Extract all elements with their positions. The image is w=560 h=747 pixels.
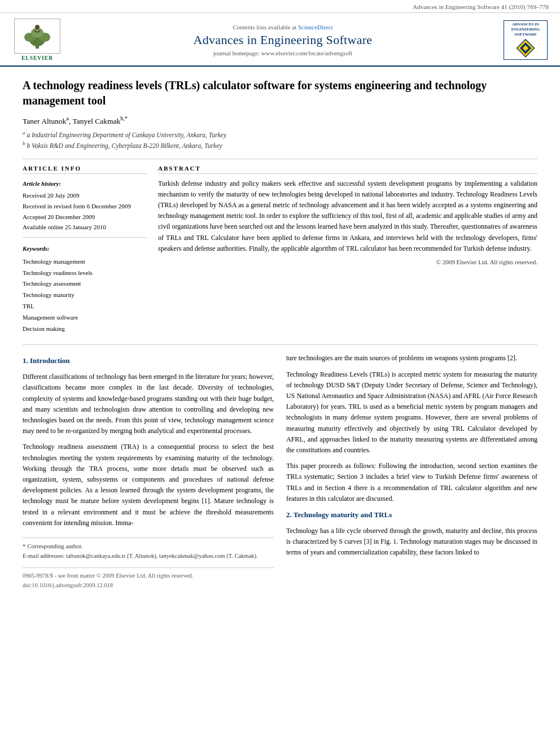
history-label: Article history: [23,178,147,189]
article-title: A technology readiness levels (TRLs) cal… [23,78,537,108]
footnote-asterisk: * Corresponding author. [23,541,274,552]
svg-point-5 [35,25,40,29]
section1-right-para2: Technology Readiness Levels (TRLs) is ac… [286,369,537,456]
section1-para2: Technology readiness assessment (TRA) is… [23,442,274,528]
section2-title: 2. Technology maturity and TRLs [286,509,537,521]
abstract-text: Turkish defense industry and policy make… [158,178,537,254]
doi-line: doi:10.1016/j.advengsoft.2009.12.018 [23,581,274,591]
keyword-2: Technology readiness levels [23,269,93,276]
abstract-heading: ABSTRACT [158,165,537,174]
divider-2 [23,344,537,345]
keywords-label: Keywords: [23,243,147,255]
footnote-section: * Corresponding author. E-mail addresses… [23,538,274,561]
journal-logo-text-top: ADVANCES IN ENGINEERING SOFTWARE [510,21,542,37]
keyword-5: TRL [23,303,34,309]
section1-right-para3: This paper proceeds as follows: Followin… [286,461,537,504]
article-info-heading: ARTICLE INFO [23,165,147,174]
body-columns: 1. Introduction Different classification… [23,353,537,591]
sciencedirect-link[interactable]: ScienceDirect [298,24,333,30]
keyword-4: Technology maturity [23,291,75,298]
copyright-line: © 2009 Elsevier Ltd. All rights reserved… [158,259,537,265]
keyword-6: Management software [23,314,78,321]
section2-para1: Technology has a life cycle observed thr… [286,526,537,558]
authors: Taner Altunoka, Tanyel Cakmakb,* [23,115,537,126]
issn-line: 0965-9978/$ - see front matter © 2009 El… [23,571,274,581]
elsevier-logo-box [14,19,60,54]
citation-text: Advances in Engineering Software 41 (201… [413,3,549,10]
section1-right-para1: ture technologies are the main sources o… [286,353,537,364]
journal-homepage: journal homepage: www.elsevier.com/locat… [71,50,495,56]
keyword-7: Decision making [23,325,65,332]
sciencedirect-line: Contents lists available at ScienceDirec… [71,24,495,30]
journal-logo-right: ADVANCES IN ENGINEERING SOFTWARE [500,20,551,60]
journal-citation: Advances in Engineering Software 41 (201… [0,0,560,13]
journal-logo-diamond-icon [515,38,536,58]
keyword-3: Technology assessment [23,280,81,287]
journal-logo-box: ADVANCES IN ENGINEERING SOFTWARE [504,20,548,60]
keywords-section: Keywords: Technology management Technolo… [23,243,147,334]
article-history: Article history: Received 20 July 2009 R… [23,178,147,238]
footnote-email: E-mail addresses: taltunok@cankaya.edu.t… [23,552,274,561]
journal-header-center: Contents lists available at ScienceDirec… [65,24,500,56]
accepted-date: Accepted 20 December 2009 [23,213,95,220]
revised-date: Received in revised form 6 December 2009 [23,203,131,209]
article-info-column: ARTICLE INFO Article history: Received 2… [23,165,147,335]
elsevier-logo: ELSEVIER [9,19,65,61]
bottom-info: 0965-9978/$ - see front matter © 2009 El… [23,567,274,591]
main-content: A technology readiness levels (TRLs) cal… [0,67,560,602]
received-date: Received 20 July 2009 [23,192,80,199]
section1-title: 1. Introduction [23,355,274,367]
abstract-column: ABSTRACT Turkish defense industry and po… [158,165,537,335]
available-date: Available online 25 January 2010 [23,224,106,230]
journal-header: ELSEVIER Contents lists available at Sci… [0,13,560,67]
elsevier-label: ELSEVIER [21,55,53,61]
body-left-column: 1. Introduction Different classification… [23,353,274,591]
divider-1 [23,159,537,159]
elsevier-tree-icon [18,23,57,50]
affiliations: a a Industrial Engineering Department of… [23,129,537,151]
body-right-column: ture technologies are the main sources o… [286,353,537,591]
journal-title: Advances in Engineering Software [71,33,495,47]
section1-para1: Different classifications of technology … [23,372,274,436]
keyword-1: Technology management [23,258,85,265]
info-abstract-section: ARTICLE INFO Article history: Received 2… [23,165,537,335]
